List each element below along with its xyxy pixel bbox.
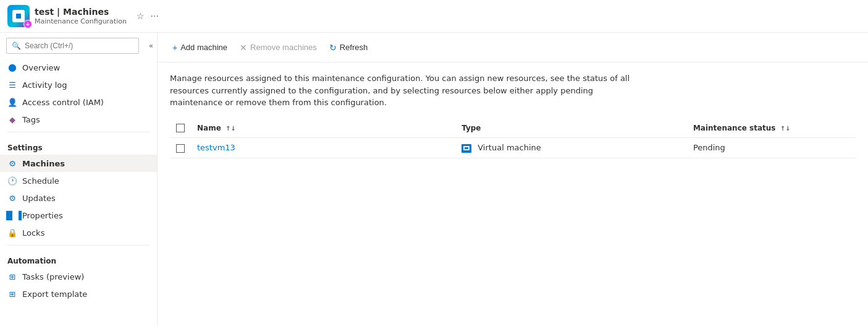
refresh-button[interactable]: ↻ Refresh — [324, 40, 373, 56]
remove-machines-label: Remove machines — [250, 43, 317, 52]
refresh-label: Refresh — [340, 43, 368, 52]
app-icon: + — [7, 5, 30, 27]
sidebar-item-label: Tasks (preview) — [22, 272, 84, 281]
remove-machines-button[interactable]: ✕ Remove machines — [235, 40, 322, 56]
vm-name-cell: testvm13 — [191, 138, 455, 158]
favorite-icon[interactable]: ☆ — [137, 11, 145, 21]
search-input[interactable] — [25, 41, 133, 50]
page-title: Machines — [63, 7, 109, 17]
add-machine-button[interactable]: + Add machine — [167, 40, 232, 56]
sidebar-item-label: Activity log — [22, 80, 67, 90]
remove-icon: ✕ — [240, 43, 247, 53]
search-icon: 🔍 — [12, 41, 21, 50]
header-title-group: test | Machines Maintenance Configuratio… — [35, 7, 127, 25]
locks-icon: 🔒 — [7, 228, 17, 238]
search-box[interactable]: 🔍 — [6, 38, 139, 54]
sidebar-item-schedule[interactable]: 🕐 Schedule — [0, 172, 157, 189]
sidebar-item-properties[interactable]: ▐▌▐ Properties — [0, 207, 157, 224]
row-checkbox-cell — [170, 138, 191, 158]
sidebar-item-label: Tags — [22, 115, 40, 124]
type-column-header: Type — [455, 119, 687, 138]
sidebar-item-updates[interactable]: ⚙ Updates — [0, 189, 157, 207]
sidebar-item-label: Properties — [22, 211, 63, 220]
name-column-label: Name — [197, 124, 221, 132]
collapse-sidebar-button[interactable]: « — [145, 40, 157, 51]
more-options-icon[interactable]: ··· — [151, 11, 159, 21]
type-column-label: Type — [461, 124, 481, 132]
sidebar-item-label: Machines — [22, 159, 65, 168]
updates-icon: ⚙ — [7, 193, 17, 203]
header-actions: ☆ ··· — [137, 11, 159, 21]
automation-divider — [7, 245, 150, 246]
sidebar-item-label: Locks — [22, 228, 44, 238]
app-header: + test | Machines Maintenance Configurat… — [0, 0, 868, 33]
sidebar-item-activity-log[interactable]: ☰ Activity log — [0, 76, 157, 93]
access-control-icon: 👤 — [7, 97, 17, 107]
export-template-icon: ⊞ — [7, 289, 17, 299]
activity-log-icon: ☰ — [7, 80, 17, 90]
add-icon: + — [172, 43, 177, 53]
tasks-icon: ⊞ — [7, 272, 17, 281]
vm-type-cell: Virtual machine — [455, 138, 687, 158]
sidebar-item-label: Access control (IAM) — [22, 98, 104, 107]
sidebar-item-tasks-preview[interactable]: ⊞ Tasks (preview) — [0, 268, 157, 285]
description-text: Manage resources assigned to this mainte… — [158, 62, 652, 119]
automation-section-label: Automation — [0, 249, 157, 268]
header-subtitle: Maintenance Configuration — [35, 17, 127, 25]
sidebar-item-export-template[interactable]: ⊞ Export template — [0, 285, 157, 302]
machines-icon: ⚙ — [7, 158, 17, 168]
row-checkbox[interactable] — [176, 144, 185, 153]
sidebar-item-locks[interactable]: 🔒 Locks — [0, 224, 157, 241]
table-row: testvm13 Virtual machine — [170, 138, 856, 158]
title-separator: | — [57, 7, 63, 17]
sidebar-item-overview[interactable]: ⬤ Overview — [0, 59, 157, 76]
machines-table-container: Name ↑↓ Type Maintenance status ↑↓ — [158, 119, 868, 158]
sidebar-item-tags[interactable]: ◆ Tags — [0, 111, 157, 128]
maintenance-status-column-header[interactable]: Maintenance status ↑↓ — [687, 119, 856, 138]
tags-icon: ◆ — [7, 114, 17, 124]
vm-maintenance-status: Pending — [693, 143, 725, 152]
table-body: testvm13 Virtual machine — [170, 138, 856, 158]
settings-section-label: Settings — [0, 136, 157, 155]
toolbar: + Add machine ✕ Remove machines ↻ Refres… — [158, 33, 868, 62]
table-header: Name ↑↓ Type Maintenance status ↑↓ — [170, 119, 856, 138]
select-all-col — [170, 119, 191, 138]
main-content: + Add machine ✕ Remove machines ↻ Refres… — [158, 33, 868, 326]
vm-status-cell: Pending — [687, 138, 856, 158]
refresh-icon: ↻ — [329, 43, 337, 53]
overview-icon: ⬤ — [7, 62, 17, 72]
maintenance-status-label: Maintenance status — [693, 124, 776, 132]
vm-type-label: Virtual machine — [478, 143, 541, 152]
status-sort-icon: ↑↓ — [780, 125, 791, 132]
add-machine-label: Add machine — [180, 43, 227, 52]
sidebar-item-machines[interactable]: ⚙ Machines — [0, 155, 157, 172]
sidebar-item-label: Overview — [22, 63, 60, 72]
sidebar-item-label: Export template — [22, 290, 87, 299]
sidebar-item-access-control[interactable]: 👤 Access control (IAM) — [0, 93, 157, 111]
sidebar: 🔍 « ⬤ Overview ☰ Activity log 👤 Access c… — [0, 33, 158, 326]
sidebar-item-label: Updates — [22, 194, 56, 203]
name-column-header[interactable]: Name ↑↓ — [191, 119, 455, 138]
machines-table: Name ↑↓ Type Maintenance status ↑↓ — [170, 119, 856, 158]
select-all-checkbox[interactable] — [176, 124, 185, 132]
main-layout: 🔍 « ⬤ Overview ☰ Activity log 👤 Access c… — [0, 33, 868, 326]
schedule-icon: 🕐 — [7, 176, 17, 186]
vm-name-link[interactable]: testvm13 — [197, 143, 235, 152]
properties-icon: ▐▌▐ — [7, 210, 17, 220]
resource-name: test — [35, 7, 54, 17]
sidebar-item-label: Schedule — [22, 176, 59, 186]
svg-rect-1 — [465, 147, 468, 149]
name-sort-icon: ↑↓ — [225, 125, 236, 132]
vm-type-icon — [461, 144, 471, 153]
header-title: test | Machines — [35, 7, 127, 17]
description-content: Manage resources assigned to this mainte… — [170, 74, 630, 107]
section-divider — [7, 132, 150, 132]
